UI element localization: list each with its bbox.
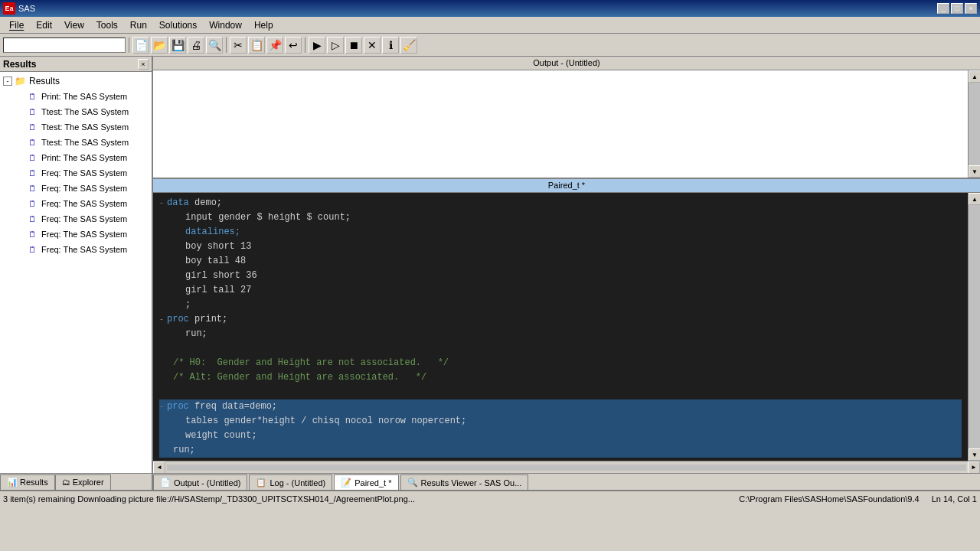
code-token: demo; [189,197,222,208]
menu-run[interactable]: Run [124,18,153,32]
stop-selected-button[interactable]: ✕ [364,37,381,54]
tree-item[interactable]: + 🗒 Ttest: The SAS System [2,135,150,150]
code-scroll-track[interactable] [969,205,980,448]
bottom-tab-3[interactable]: 🔍 Results Viewer - SAS Ou... [400,474,529,490]
code-editor[interactable]: -data demo;input gender $ height $ count… [153,193,968,461]
clear-button[interactable]: 🧹 [400,37,417,54]
code-window: Paired_t * -data demo;input gender $ hei… [153,179,980,473]
toolbar-input[interactable] [3,37,126,53]
tree-item[interactable]: + 🗒 Freq: The SAS System [2,165,150,181]
results-tab-icon: 📊 [7,478,18,487]
tree-item-icon: 🗒 [26,106,38,118]
results-tab-button[interactable]: 📊 Results [0,474,55,490]
tree-root-item[interactable]: - 📁 Results [2,73,150,89]
tab-label: Log - (Untitled) [270,478,325,487]
menu-help[interactable]: Help [248,18,279,32]
tree-item[interactable]: + 🗒 Freq: The SAS System [2,227,150,242]
tree-item[interactable]: + 🗒 Freq: The SAS System [2,211,150,227]
stop-button[interactable]: ⏹ [345,37,362,54]
code-token: input gender $ height $ count; [185,212,351,223]
menu-solutions[interactable]: Solutions [153,18,203,32]
code-scroll-up[interactable]: ▲ [969,193,980,205]
menu-window[interactable]: Window [203,18,248,32]
save-button[interactable]: 💾 [169,37,186,54]
code-token: girl tall 27 [185,285,251,295]
code-line: /* H0: Gender and Height are not associa… [159,356,962,370]
tree-item-icon: 🗒 [26,90,38,103]
code-token: /* H0: Gender and Height are not associa… [173,357,449,368]
code-token: girl short 36 [185,270,257,281]
bottom-tab-2[interactable]: 📝 Paired_t * [334,474,398,490]
tab-icon: 📝 [341,478,351,487]
output-content-area: ▲ ▼ [153,70,980,178]
menu-edit[interactable]: Edit [30,18,58,32]
menu-tools[interactable]: Tools [90,18,124,32]
expand-icon[interactable]: - [3,77,12,86]
maximize-button[interactable]: □ [951,3,963,14]
print-button[interactable]: 🖨 [188,37,204,54]
open-button[interactable]: 📂 [151,37,168,54]
code-line: -proc freq data=demo; [159,399,962,414]
tree-item[interactable]: + 🗒 Print: The SAS System [2,89,150,104]
tree-item-label: Freq: The SAS System [41,184,127,193]
toolbar-separator-2 [226,37,227,53]
paste-button[interactable]: 📌 [266,37,283,54]
bottom-tab-0[interactable]: 📄 Output - (Untitled) [153,474,247,490]
code-token: run; [173,445,195,455]
code-scroll-right[interactable]: ► [968,461,980,474]
code-token: boy tall 48 [185,256,246,266]
tree-item-label: Freq: The SAS System [41,245,127,254]
code-token: datalines; [185,227,240,237]
output-scroll-track[interactable] [969,83,980,165]
info-button[interactable]: ℹ [382,37,399,54]
undo-button[interactable]: ↩ [285,37,302,54]
code-line: -data demo; [159,196,962,210]
cut-button[interactable]: ✂ [230,37,247,54]
output-vertical-scrollbar[interactable]: ▲ ▼ [968,70,980,178]
menu-bar: File Edit View Tools Run Solutions Windo… [0,17,980,34]
bottom-tab-1[interactable]: 📋 Log - (Untitled) [249,474,332,490]
code-scroll-down[interactable]: ▼ [969,448,980,461]
code-token: tables gender*height / chisq nocol norow… [185,416,466,426]
results-close-button[interactable]: × [138,59,149,70]
right-area: Output - (Untitled) ▲ ▼ Paired_t * -data… [153,57,980,490]
results-tree: - 📁 Results + 🗒 Print: The SAS System + … [0,72,152,473]
code-line: boy short 13 [159,240,962,254]
explorer-tab-button[interactable]: 🗂 Explorer [55,474,111,490]
tree-item-label: Freq: The SAS System [41,199,127,208]
collapse-icon[interactable]: - [159,315,164,324]
code-line: run; [159,327,962,341]
output-scroll-down[interactable]: ▼ [969,165,980,178]
tree-item-icon: 🗒 [26,228,38,240]
collapse-icon[interactable]: - [159,199,164,207]
code-scroll-left[interactable]: ◄ [153,461,165,474]
output-window-title: Output - (Untitled) [153,57,980,70]
code-token: run; [185,328,207,339]
tree-item[interactable]: + 🗒 Ttest: The SAS System [2,119,150,135]
new-file-button[interactable]: 📄 [132,37,149,54]
tree-item[interactable]: + 🗒 Ttest: The SAS System [2,104,150,119]
copy-button[interactable]: 📋 [248,37,265,54]
tree-item[interactable]: + 🗒 Print: The SAS System [2,150,150,165]
explorer-tab-label: Explorer [73,478,104,487]
close-button[interactable]: × [965,3,977,14]
submit-button[interactable]: ▶ [309,37,325,54]
code-scroll-htrack[interactable] [167,465,966,471]
menu-file[interactable]: File [3,18,30,32]
bottom-tabs: 📄 Output - (Untitled) 📋 Log - (Untitled)… [153,473,980,490]
submit-selected-button[interactable]: ▷ [327,37,344,54]
code-horizontal-scrollbar[interactable]: ◄ ► [153,461,980,473]
print-preview-button[interactable]: 🔍 [206,37,223,54]
menu-view[interactable]: View [58,18,90,32]
folder-icon: 📁 [14,75,26,87]
code-vertical-scrollbar[interactable]: ▲ ▼ [968,193,980,461]
tree-item[interactable]: + 🗒 Freq: The SAS System [2,242,150,257]
tree-item[interactable]: + 🗒 Freq: The SAS System [2,181,150,196]
tree-item-icon: 🗒 [26,136,38,148]
collapse-icon[interactable]: - [159,403,164,411]
main-area: Results × - 📁 Results + 🗒 Print: The SAS… [0,57,980,490]
app-icon: Ea [3,2,15,15]
tree-item[interactable]: + 🗒 Freq: The SAS System [2,196,150,211]
output-scroll-up[interactable]: ▲ [969,70,980,83]
minimize-button[interactable]: _ [937,3,949,14]
